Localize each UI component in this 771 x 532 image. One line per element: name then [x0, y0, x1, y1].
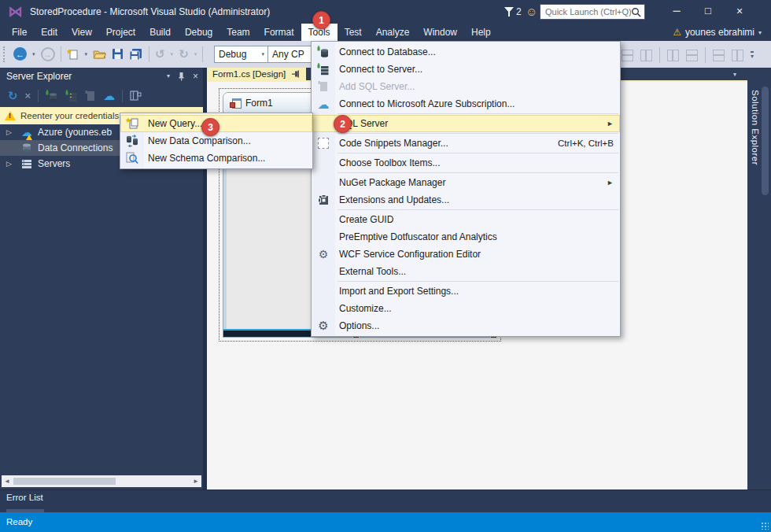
horizontal-scrollbar[interactable]: ◄ ►: [2, 475, 201, 487]
save-icon[interactable]: [112, 48, 124, 60]
menu-analyze[interactable]: Analyze: [369, 24, 417, 41]
undo-icon[interactable]: ↺: [155, 48, 165, 60]
scroll-left-icon[interactable]: ◄: [2, 478, 13, 485]
solution-configuration-value: Debug: [219, 49, 246, 60]
combo-dropdown-icon: ▾: [261, 51, 264, 57]
menu-project[interactable]: Project: [99, 24, 142, 41]
notifications-funnel-stem: [508, 12, 510, 17]
navigate-forward-button[interactable]: →: [41, 47, 55, 61]
layout-expand-icon[interactable]: [622, 50, 633, 61]
visual-studio-window: ⋈ StoredProcedure - Microsoft Visual Stu…: [0, 0, 771, 532]
menu-item-preemptive-dotfuscator[interactable]: PreEmptive Dotfuscator and Analytics: [312, 228, 620, 246]
delete-icon[interactable]: ×: [25, 90, 31, 102]
menu-item-create-guid[interactable]: Create GUID: [312, 211, 620, 228]
menu-format[interactable]: Format: [257, 24, 301, 41]
toolbar-separator: [659, 47, 660, 63]
tree-item-label: Servers: [38, 158, 70, 169]
quick-launch-input[interactable]: Quick Launch (Ctrl+Q): [540, 4, 645, 20]
menu-edit[interactable]: Edit: [34, 24, 65, 41]
menu-item-import-export-settings[interactable]: Import and Export Settings...: [312, 283, 620, 300]
azure-cloud-icon: ☁: [312, 98, 335, 110]
toolbar-overflow-icon[interactable]: ▾: [751, 51, 754, 60]
toolbar-separator: [122, 90, 123, 102]
align-centers-icon[interactable]: [667, 50, 679, 61]
redo-dropdown-icon[interactable]: ▾: [194, 51, 197, 57]
redo-icon[interactable]: ↻: [179, 48, 189, 60]
menu-item-choose-toolbox-items[interactable]: Choose Toolbox Items...: [312, 154, 620, 172]
new-file-dropdown-icon[interactable]: ▾: [85, 51, 88, 57]
show-panels-icon[interactable]: [130, 91, 142, 101]
save-all-icon[interactable]: [129, 48, 143, 61]
pin-icon[interactable]: [177, 72, 186, 81]
expander-icon[interactable]: ▷: [6, 128, 16, 136]
refresh-icon[interactable]: ↻: [8, 89, 18, 103]
tree-item-label: Azure (younes.eb: [38, 127, 112, 138]
error-list-bar[interactable]: Error List: [0, 490, 771, 513]
form-title: Form1: [245, 98, 273, 109]
solution-configuration-combo[interactable]: Debug ▾: [214, 46, 269, 63]
menu-item-nuget-package-manager[interactable]: NuGet Package Manager ►: [312, 174, 620, 191]
same-size-icon[interactable]: [713, 50, 725, 61]
menu-item-add-sql-server: Add SQL Server...: [312, 78, 620, 95]
feedback-smiley-icon[interactable]: ☺: [526, 0, 537, 24]
submenu-item-new-schema-comparison[interactable]: New Schema Comparison...: [120, 150, 312, 167]
toolbar-separator: [149, 46, 149, 62]
extensions-icon: [312, 194, 335, 206]
undo-dropdown-icon[interactable]: ▾: [171, 51, 174, 57]
menu-item-code-snippets-manager[interactable]: Code Snippets Manager... Ctrl+K, Ctrl+B: [312, 135, 620, 152]
open-file-icon[interactable]: [93, 48, 106, 60]
tab-form1-design[interactable]: Form1.cs [Design]: [207, 68, 306, 80]
size-to-grid-icon[interactable]: [732, 50, 743, 61]
server-explorer-titlebar[interactable]: Server Explorer ▾ ×: [0, 68, 203, 85]
tab-list-dropdown-icon[interactable]: ▾: [733, 71, 736, 78]
warning-triangle-icon: [5, 111, 16, 120]
close-panel-icon[interactable]: ×: [193, 68, 198, 85]
expander-icon[interactable]: ▷: [6, 160, 16, 168]
connect-database-icon: [312, 46, 335, 58]
menu-help[interactable]: Help: [464, 24, 498, 41]
resize-grip[interactable]: [761, 522, 769, 530]
tab-pin-icon[interactable]: [291, 69, 301, 79]
navigate-back-dropdown-icon[interactable]: ▾: [32, 51, 35, 57]
menu-item-options[interactable]: ⚙ Options...: [312, 317, 620, 334]
menu-file[interactable]: File: [5, 24, 34, 41]
connect-to-database-icon[interactable]: [46, 90, 58, 102]
error-list-label: Error List: [6, 493, 43, 502]
menu-item-connect-azure-subscription[interactable]: ☁ Connect to Microsoft Azure Subscriptio…: [312, 95, 620, 113]
titlebar: ⋈ StoredProcedure - Microsoft Visual Stu…: [0, 0, 771, 24]
menu-item-connect-to-database[interactable]: Connect to Database...: [312, 43, 620, 61]
menu-team[interactable]: Team: [219, 24, 256, 41]
menu-build[interactable]: Build: [142, 24, 178, 41]
menu-item-external-tools[interactable]: External Tools...: [312, 263, 620, 280]
menu-view[interactable]: View: [65, 24, 99, 41]
menu-test[interactable]: Test: [338, 24, 369, 41]
menu-item-sql-server[interactable]: SQL Server ►: [312, 115, 620, 132]
tab-solution-explorer[interactable]: Solution Explorer: [751, 90, 760, 165]
account-area[interactable]: ⚠ younes ebrahimi ▾: [673, 24, 762, 41]
scroll-right-icon[interactable]: ►: [190, 478, 201, 485]
close-button[interactable]: ×: [728, 0, 751, 22]
align-middles-icon[interactable]: [686, 50, 698, 61]
minimize-button[interactable]: ─: [665, 0, 688, 22]
submenu-item-new-data-comparison[interactable]: New Data Comparison...: [120, 132, 312, 150]
scrollbar-thumb[interactable]: [13, 478, 116, 485]
connect-to-server-icon[interactable]: [65, 90, 78, 102]
database-icon: [20, 142, 34, 153]
submenu-arrow-icon: ►: [607, 179, 614, 187]
menu-debug[interactable]: Debug: [178, 24, 219, 41]
navigate-back-button[interactable]: ←: [13, 47, 27, 61]
maximize-button[interactable]: □: [696, 0, 720, 22]
toolbar-grip[interactable]: [3, 46, 8, 62]
menu-item-extensions-and-updates[interactable]: Extensions and Updates...: [312, 191, 620, 209]
toolbar-separator: [38, 90, 39, 102]
schema-comparison-icon: [120, 152, 144, 164]
menu-window[interactable]: Window: [416, 24, 464, 41]
menu-item-connect-to-server[interactable]: Connect to Server...: [312, 61, 620, 78]
menu-item-customize[interactable]: Customize...: [312, 300, 620, 317]
server-explorer-toolbar: ↻ × ☁: [0, 85, 211, 106]
new-file-icon[interactable]: [67, 48, 79, 61]
menu-item-wcf-service-config-editor[interactable]: ⚙ WCF Service Configuration Editor: [312, 246, 620, 263]
azure-cloud-icon[interactable]: ☁: [103, 90, 115, 102]
window-position-icon[interactable]: ▾: [167, 68, 170, 85]
layout-zoom-icon[interactable]: [640, 50, 652, 61]
